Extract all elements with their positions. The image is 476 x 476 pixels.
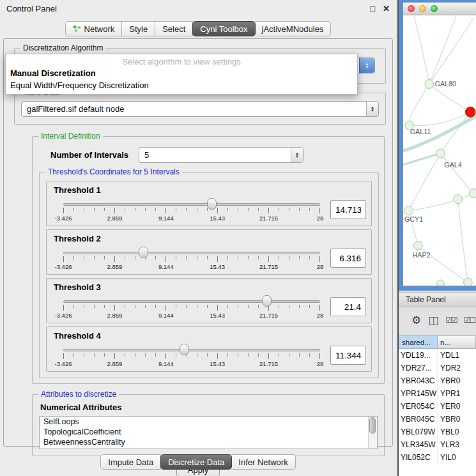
gear-icon[interactable]: ⚙ <box>411 314 421 327</box>
table-cell-name[interactable]: YDR2 <box>438 362 476 374</box>
table-cell-name[interactable]: YBR0 <box>438 413 476 426</box>
mac-zoom-button[interactable] <box>431 5 438 12</box>
table-cell-shared-name[interactable]: YBR043C <box>399 374 438 387</box>
table-cell-shared-name[interactable]: YBL079W <box>399 426 438 438</box>
table-cell-name[interactable]: YPR1 <box>438 387 476 400</box>
slider-ticks-major <box>63 208 320 213</box>
tab-label: Style <box>129 24 148 34</box>
table-cell-name[interactable]: YBL0 <box>438 426 476 438</box>
mac-minimize-button[interactable] <box>419 5 426 12</box>
network-node[interactable] <box>454 195 463 204</box>
select-all-columns-icon[interactable]: ☑☑ <box>445 316 457 325</box>
bottom-tab-bar: Impute Data Discretize Data Infer Networ… <box>0 454 396 470</box>
table-cell-shared-name[interactable]: YER054C <box>399 400 438 413</box>
table-row[interactable]: YPR145WYPR1 <box>399 387 476 400</box>
popup-option-manual-discretization[interactable]: Manual Discretization <box>6 67 357 79</box>
slider-scale-label: 9.144 <box>158 312 174 319</box>
slider-thumb[interactable] <box>207 198 217 210</box>
network-canvas[interactable]: GAL80 GAL11 GAL4 GCY1 HAP2 <box>403 16 476 286</box>
column-header-name[interactable]: n... <box>438 335 476 349</box>
table-cell-name[interactable]: YBR0 <box>438 374 476 387</box>
slider-track[interactable] <box>63 252 320 254</box>
threshold-title: Threshold 1 <box>54 185 366 195</box>
network-node[interactable] <box>437 280 445 286</box>
table-row[interactable]: YLR345WYLR3 <box>399 438 476 451</box>
table-row[interactable]: YDR27...YDR2 <box>399 362 476 374</box>
slider-scale-label: 28 <box>317 215 324 222</box>
slider-thumb[interactable] <box>180 344 189 355</box>
list-scrollbar[interactable] <box>368 417 377 449</box>
slider-track[interactable] <box>63 349 320 351</box>
tab-discretize-data[interactable]: Discretize Data <box>160 454 232 470</box>
table-cell-name[interactable]: YDL1 <box>438 349 476 362</box>
network-node[interactable] <box>464 278 473 286</box>
numerical-attributes-list: SelfLoopsTopologicalCoefficientBetweenne… <box>40 417 377 447</box>
threshold-value-input[interactable] <box>330 200 366 219</box>
table-cell-shared-name[interactable]: YLR345W <box>399 438 438 451</box>
threshold-slider[interactable]: -3.4262.8599.14415.4321.71528 <box>63 195 320 224</box>
unselect-all-columns-icon[interactable]: ☑☐ <box>464 316 475 325</box>
slider-track[interactable] <box>63 300 320 303</box>
network-node[interactable] <box>414 241 423 250</box>
table-row[interactable]: YIL052CYIL0 <box>399 451 476 464</box>
table-panel-title: Table Panel <box>406 295 446 304</box>
slider-thumb[interactable] <box>139 247 148 258</box>
table-cell-shared-name[interactable]: YBR045C <box>399 413 438 426</box>
network-node-selected[interactable] <box>465 107 475 117</box>
columns-icon[interactable]: ◫ <box>428 314 438 327</box>
table-row[interactable]: YBR043CYBR0 <box>399 374 476 387</box>
slider-scale-label: 2.859 <box>107 215 123 222</box>
table-cell-shared-name[interactable]: YIL052C <box>399 451 438 464</box>
table-cell-shared-name[interactable]: YDR27... <box>399 362 438 374</box>
num-intervals-value: 5 <box>139 148 291 162</box>
num-intervals-combobox[interactable]: 5 ▲▼ <box>139 147 303 163</box>
threshold-value-input[interactable] <box>330 297 366 316</box>
table-row[interactable]: YER054CYER0 <box>399 400 476 413</box>
table-cell-name[interactable]: YER0 <box>438 400 476 413</box>
table-cell-shared-name[interactable]: YPR145W <box>399 387 438 400</box>
popup-option-equal-width[interactable]: Equal Width/Frequency Discretization <box>6 79 357 91</box>
column-header-shared-name[interactable]: shared... <box>399 335 438 349</box>
threshold-slider[interactable]: -3.4262.8599.14415.4321.71528 <box>63 243 320 273</box>
network-node[interactable] <box>436 149 445 158</box>
tab-impute-data[interactable]: Impute Data <box>100 454 161 470</box>
table-row[interactable]: YDL19...YDL1 <box>399 349 476 362</box>
numerical-attributes-listbox: SelfLoopsTopologicalCoefficientBetweenne… <box>39 416 378 449</box>
tab-style[interactable]: Style <box>122 21 155 36</box>
close-icon[interactable]: ✕ <box>383 4 390 13</box>
table-cell-shared-name[interactable]: YDL19... <box>399 349 438 362</box>
table-cell-name[interactable]: YIL0 <box>438 451 476 464</box>
float-window-icon[interactable]: □ <box>370 4 375 13</box>
table-panel-header: Table Panel <box>399 292 476 307</box>
mac-close-button[interactable] <box>408 5 415 12</box>
threshold-slider[interactable]: -3.4262.8599.14415.4321.71528 <box>63 292 320 321</box>
table-panel-window: ⚙ ◫ ☑☑ ☑☐ shared... n... YDL19...YDL1YDR… <box>399 309 476 476</box>
list-scrollbar-thumb[interactable] <box>369 417 376 434</box>
table-row[interactable]: YBR045CYBR0 <box>399 413 476 426</box>
network-node[interactable] <box>425 80 434 89</box>
table-row[interactable]: YBL079WYBL0 <box>399 426 476 438</box>
threshold-value-input[interactable] <box>330 346 366 365</box>
right-column: GAL80 GAL11 GAL4 GCY1 HAP2 Table Panel ⚙… <box>397 0 476 476</box>
attribute-list-item[interactable]: SelfLoops <box>40 417 377 427</box>
tab-jactivemnodules[interactable]: jActiveMNodules <box>255 21 332 36</box>
network-node[interactable] <box>469 189 476 198</box>
network-node[interactable] <box>404 206 413 215</box>
threshold-title: Threshold 2 <box>54 234 366 243</box>
table-header-row: shared... n... <box>399 335 476 349</box>
table-cell-name[interactable]: YLR3 <box>438 438 476 451</box>
tab-infer-network[interactable]: Infer Network <box>231 454 295 470</box>
attribute-list-item[interactable]: BetweennessCentrality <box>40 437 377 447</box>
table-data-combobox[interactable]: galFiltered.sif default node ▲▼ <box>21 101 379 117</box>
slider-track[interactable] <box>63 203 320 206</box>
attribute-list-item[interactable]: TopologicalCoefficient <box>40 427 377 437</box>
threshold-value-input[interactable] <box>330 249 366 268</box>
tab-select[interactable]: Select <box>155 21 193 36</box>
spinner-arrows-icon: ▲▼ <box>291 148 303 162</box>
node-label: GAL4 <box>444 161 461 169</box>
interval-group-title: Interval Definition <box>38 132 103 141</box>
threshold-slider[interactable]: -3.4262.8599.14415.4321.71528 <box>63 341 320 370</box>
slider-thumb[interactable] <box>262 295 272 307</box>
tab-cyni-toolbox[interactable]: Cyni Toolbox <box>192 21 255 36</box>
tab-network[interactable]: Network <box>65 21 123 36</box>
